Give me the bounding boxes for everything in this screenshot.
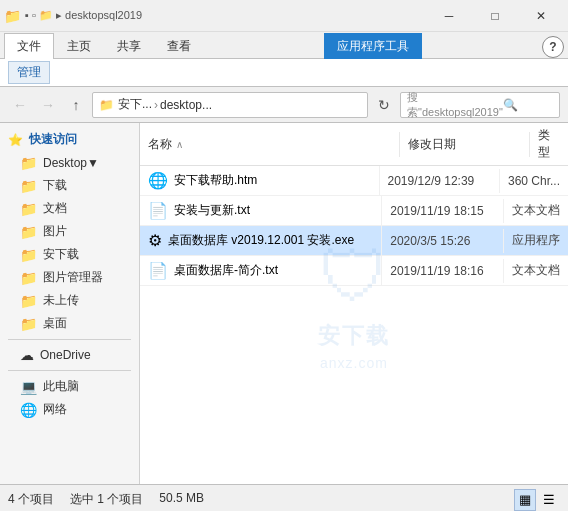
file-name-cell: ⚙ 桌面数据库 v2019.12.001 安装.exe (140, 226, 382, 255)
file-type-cell: 360 Chr... (500, 169, 568, 193)
title-bar: 📁 ▪ ▫ 📁 ▸ desktopsql2019 ─ □ ✕ (0, 0, 568, 32)
sidebar-item-network[interactable]: 🌐 网络 (0, 398, 139, 421)
folder-icon: 📁 (20, 247, 37, 263)
network-label: 网络 (43, 401, 67, 418)
close-button[interactable]: ✕ (518, 0, 564, 32)
star-icon: ⭐ (8, 133, 23, 147)
file-name-cell: 🌐 安下载帮助.htm (140, 166, 380, 195)
file-type-cell: 文本文档 (504, 197, 568, 224)
sub-tab-manage[interactable]: 管理 (8, 61, 50, 84)
file-type-cell: 文本文档 (504, 257, 568, 284)
sidebar-item-imgmgr[interactable]: 📁 图片管理器 (0, 266, 139, 289)
help-button[interactable]: ? (542, 36, 564, 58)
sidebar-item-desktop[interactable]: 📁 Desktop▼ (0, 152, 139, 174)
folder-icon: 📁 (20, 224, 37, 240)
path-icon: 📁 (99, 98, 114, 112)
sidebar-item-pictures[interactable]: 📁 图片 (0, 220, 139, 243)
up-button[interactable]: ↑ (64, 93, 88, 117)
tab-share[interactable]: 共享 (104, 33, 154, 59)
file-list-header: 名称 ∧ 修改日期 类型 (140, 123, 568, 166)
table-row[interactable]: 🌐 安下载帮助.htm 2019/12/9 12:39 360 Chr... (140, 166, 568, 196)
folder-icon: 📁 (20, 201, 37, 217)
table-row[interactable]: 📄 桌面数据库-简介.txt 2019/11/19 18:16 文本文档 (140, 256, 568, 286)
sidebar-item-thispc[interactable]: 💻 此电脑 (0, 375, 139, 398)
folder-icon: 📁 (4, 8, 21, 24)
file-name-cell: 📄 桌面数据库-简介.txt (140, 256, 382, 285)
folder-icon: 📁 (20, 316, 37, 332)
watermark-text2: anxz.com (320, 355, 388, 371)
folder-icon: 📁 (20, 293, 37, 309)
file-date-cell: 2019/11/19 18:15 (382, 199, 504, 223)
tab-view[interactable]: 查看 (154, 33, 204, 59)
ribbon: 文件 主页 共享 查看 应用程序工具 ? 管理 (0, 32, 568, 87)
sidebar-item-desktop2[interactable]: 📁 桌面 (0, 312, 139, 335)
search-box[interactable]: 搜索"desktopsql2019" 🔍 (400, 92, 560, 118)
sidebar-item-label: 桌面 (43, 315, 67, 332)
sidebar-item-label: Desktop▼ (43, 156, 99, 170)
network-icon: 🌐 (20, 402, 37, 418)
forward-button[interactable]: → (36, 93, 60, 117)
search-icon: 🔍 (503, 98, 553, 112)
sidebar-item-andown[interactable]: 📁 安下载 (0, 243, 139, 266)
folder-icon: 📁 (20, 270, 37, 286)
folder-icon: 📁 (20, 155, 37, 171)
file-name: 桌面数据库 v2019.12.001 安装.exe (168, 232, 354, 249)
sidebar-item-label: 文档 (43, 200, 67, 217)
maximize-button[interactable]: □ (472, 0, 518, 32)
tab-apptools[interactable]: 应用程序工具 (324, 33, 422, 59)
col-header-date[interactable]: 修改日期 (400, 132, 530, 157)
sidebar-item-label: 图片 (43, 223, 67, 240)
selected-count: 选中 1 个项目 (70, 491, 143, 508)
cloud-icon: ☁ (20, 347, 34, 363)
window-title: ▪ ▫ 📁 ▸ desktopsql2019 (25, 9, 142, 22)
refresh-button[interactable]: ↻ (372, 93, 396, 117)
path-part-2: desktop... (160, 98, 212, 112)
detail-view-button[interactable]: ☰ (538, 489, 560, 511)
watermark-text1: 安下载 (318, 321, 390, 351)
path-sep: › (154, 98, 158, 112)
table-row[interactable]: 📄 安装与更新.txt 2019/11/19 18:15 文本文档 (140, 196, 568, 226)
sidebar-divider (8, 339, 131, 340)
sidebar-item-downloads[interactable]: 📁 下载 (0, 174, 139, 197)
sidebar-item-label: 下载 (43, 177, 67, 194)
file-list: 🛡 安下载 anxz.com 名称 ∧ 修改日期 类型 🌐 安下载帮助.htm … (140, 123, 568, 484)
list-view-button[interactable]: ▦ (514, 489, 536, 511)
address-path[interactable]: 📁 安下... › desktop... (92, 92, 368, 118)
quick-access-section: ⭐ 快速访问 📁 Desktop▼ 📁 下载 📁 文档 📁 图片 📁 安下 (0, 127, 139, 335)
selected-size: 50.5 MB (159, 491, 204, 508)
main-area: ⭐ 快速访问 📁 Desktop▼ 📁 下载 📁 文档 📁 图片 📁 安下 (0, 123, 568, 484)
sidebar-item-onedrive[interactable]: ☁ OneDrive (0, 344, 139, 366)
file-name-cell: 📄 安装与更新.txt (140, 196, 382, 225)
status-bar: 4 个项目 选中 1 个项目 50.5 MB ▦ ☰ (0, 484, 568, 511)
file-date-cell: 2020/3/5 15:26 (382, 229, 504, 253)
minimize-button[interactable]: ─ (426, 0, 472, 32)
thispc-label: 此电脑 (43, 378, 79, 395)
quick-access-header[interactable]: ⭐ 快速访问 (0, 127, 139, 152)
col-header-type[interactable]: 类型 (530, 123, 568, 165)
address-bar: ← → ↑ 📁 安下... › desktop... ↻ 搜索"desktops… (0, 87, 568, 123)
file-date-cell: 2019/12/9 12:39 (380, 169, 500, 193)
item-count: 4 个项目 (8, 491, 54, 508)
ribbon-tabs: 文件 主页 共享 查看 应用程序工具 ? (0, 32, 568, 58)
table-row[interactable]: ⚙ 桌面数据库 v2019.12.001 安装.exe 2020/3/5 15:… (140, 226, 568, 256)
tab-home[interactable]: 主页 (54, 33, 104, 59)
file-type-cell: 应用程序 (504, 227, 568, 254)
path-part-1: 安下... (118, 96, 152, 113)
file-icon: 📄 (148, 201, 168, 220)
file-name: 安下载帮助.htm (174, 172, 257, 189)
sidebar-item-label: 安下载 (43, 246, 79, 263)
file-icon: 🌐 (148, 171, 168, 190)
view-toggle: ▦ ☰ (514, 489, 560, 511)
sidebar-divider2 (8, 370, 131, 371)
tab-file[interactable]: 文件 (4, 33, 54, 59)
quick-access-label: 快速访问 (29, 131, 77, 148)
file-icon: 📄 (148, 261, 168, 280)
file-icon: ⚙ (148, 231, 162, 250)
back-button[interactable]: ← (8, 93, 32, 117)
col-header-name[interactable]: 名称 ∧ (140, 132, 400, 157)
sort-indicator: ∧ (176, 139, 183, 150)
file-name: 安装与更新.txt (174, 202, 250, 219)
search-placeholder: 搜索"desktopsql2019" (407, 90, 503, 120)
sidebar-item-uploaded[interactable]: 📁 未上传 (0, 289, 139, 312)
sidebar-item-documents[interactable]: 📁 文档 (0, 197, 139, 220)
